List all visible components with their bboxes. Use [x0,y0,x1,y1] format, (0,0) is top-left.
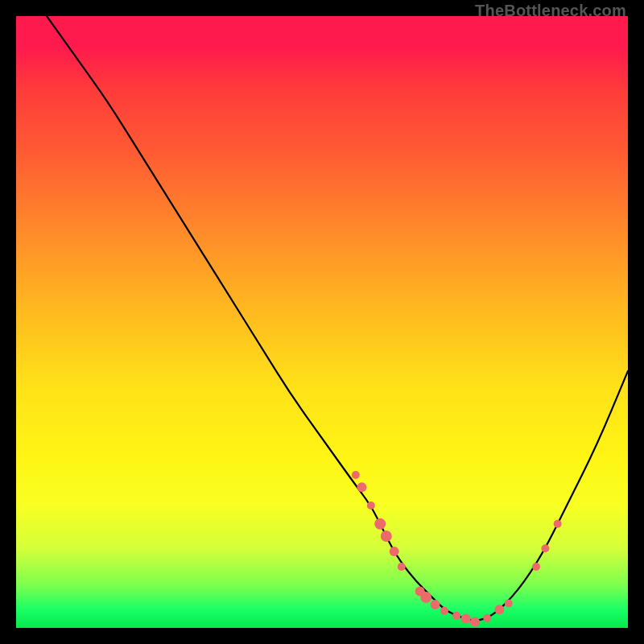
marker-dot [398,563,406,571]
marker-dot [494,605,504,614]
curve-markers [352,471,562,626]
marker-dot [431,600,440,609]
marker-dot [554,520,562,528]
marker-dot [374,518,386,530]
marker-dot [505,600,513,608]
marker-dot [461,614,471,624]
marker-dot [452,612,460,620]
marker-dot [381,530,392,542]
chart-frame: TheBottleneck.com [16,16,628,628]
bottleneck-curve [47,16,628,621]
marker-dot [532,563,540,571]
marker-dot [357,482,366,492]
marker-dot [420,592,431,603]
curve-svg [16,16,628,628]
marker-dot [483,614,491,622]
marker-dot [440,607,448,615]
plot-area [16,16,628,628]
marker-dot [390,547,399,556]
marker-dot [470,617,480,626]
marker-dot [367,502,375,510]
marker-dot [541,544,549,552]
marker-dot [352,471,360,479]
